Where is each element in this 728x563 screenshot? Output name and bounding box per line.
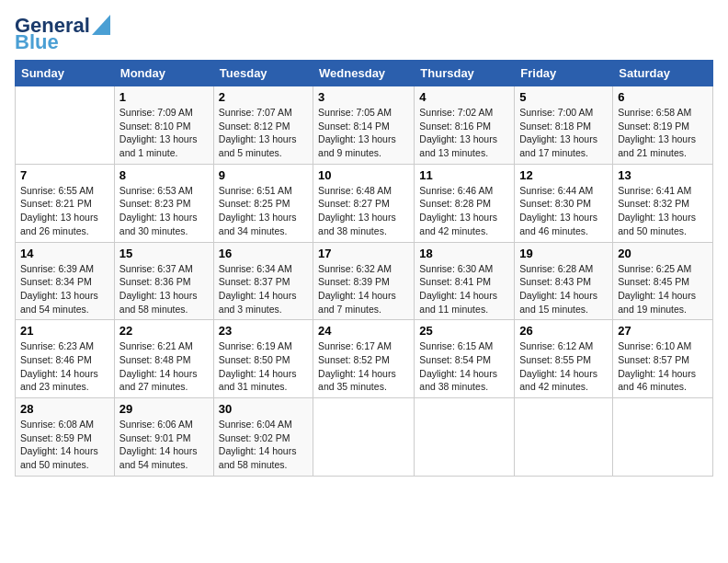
logo-blue: Blue — [15, 32, 59, 52]
day-number: 3 — [318, 90, 409, 104]
week-row-4: 21Sunrise: 6:23 AMSunset: 8:46 PMDayligh… — [16, 320, 713, 398]
day-number: 15 — [119, 247, 209, 260]
column-header-sunday: Sunday — [16, 61, 115, 86]
calendar-cell: 12Sunrise: 6:44 AMSunset: 8:30 PMDayligh… — [515, 164, 613, 242]
day-info: Sunrise: 6:46 AMSunset: 8:28 PMDaylight:… — [419, 184, 509, 238]
day-number: 8 — [119, 168, 209, 182]
day-info: Sunrise: 6:30 AMSunset: 8:41 PMDaylight:… — [419, 262, 509, 316]
day-info: Sunrise: 6:58 AMSunset: 8:19 PMDaylight:… — [618, 106, 708, 160]
day-info: Sunrise: 6:10 AMSunset: 8:57 PMDaylight:… — [618, 339, 708, 394]
calendar-cell — [313, 398, 415, 477]
calendar-cell: 1Sunrise: 7:09 AMSunset: 8:10 PMDaylight… — [114, 86, 213, 165]
day-info: Sunrise: 7:05 AMSunset: 8:14 PMDaylight:… — [318, 106, 409, 160]
day-info: Sunrise: 6:04 AMSunset: 9:02 PMDaylight:… — [219, 418, 308, 472]
day-info: Sunrise: 6:51 AMSunset: 8:25 PMDaylight:… — [219, 184, 308, 238]
calendar-cell: 20Sunrise: 6:25 AMSunset: 8:45 PMDayligh… — [613, 242, 713, 320]
calendar-cell: 21Sunrise: 6:23 AMSunset: 8:46 PMDayligh… — [16, 320, 115, 398]
day-info: Sunrise: 6:37 AMSunset: 8:36 PMDaylight:… — [119, 262, 209, 316]
day-number: 4 — [419, 90, 509, 104]
day-info: Sunrise: 6:25 AMSunset: 8:45 PMDaylight:… — [618, 262, 708, 316]
day-number: 19 — [519, 247, 608, 260]
day-number: 7 — [20, 168, 109, 182]
day-info: Sunrise: 6:21 AMSunset: 8:48 PMDaylight:… — [119, 339, 209, 394]
day-info: Sunrise: 6:44 AMSunset: 8:30 PMDaylight:… — [519, 184, 608, 238]
day-number: 5 — [519, 90, 608, 104]
logo: General Blue — [15, 15, 110, 52]
week-row-3: 14Sunrise: 6:39 AMSunset: 8:34 PMDayligh… — [16, 242, 713, 320]
calendar-cell: 3Sunrise: 7:05 AMSunset: 8:14 PMDaylight… — [313, 86, 415, 165]
day-info: Sunrise: 6:48 AMSunset: 8:27 PMDaylight:… — [318, 184, 409, 238]
day-number: 21 — [20, 324, 109, 338]
svg-marker-0 — [92, 15, 110, 35]
day-info: Sunrise: 6:19 AMSunset: 8:50 PMDaylight:… — [219, 339, 308, 394]
column-header-friday: Friday — [515, 61, 613, 86]
day-number: 12 — [519, 168, 608, 182]
calendar-cell: 18Sunrise: 6:30 AMSunset: 8:41 PMDayligh… — [415, 242, 515, 320]
calendar-cell: 19Sunrise: 6:28 AMSunset: 8:43 PMDayligh… — [515, 242, 613, 320]
day-number: 11 — [419, 168, 509, 182]
day-number: 10 — [318, 168, 409, 182]
day-number: 14 — [20, 247, 109, 260]
week-row-1: 1Sunrise: 7:09 AMSunset: 8:10 PMDaylight… — [16, 86, 713, 165]
calendar-cell: 7Sunrise: 6:55 AMSunset: 8:21 PMDaylight… — [16, 164, 115, 242]
day-info: Sunrise: 7:07 AMSunset: 8:12 PMDaylight:… — [219, 106, 308, 160]
logo-triangle-icon — [92, 15, 110, 35]
calendar-cell: 14Sunrise: 6:39 AMSunset: 8:34 PMDayligh… — [16, 242, 115, 320]
day-info: Sunrise: 7:02 AMSunset: 8:16 PMDaylight:… — [419, 106, 509, 160]
calendar-cell: 25Sunrise: 6:15 AMSunset: 8:54 PMDayligh… — [415, 320, 515, 398]
calendar-cell: 9Sunrise: 6:51 AMSunset: 8:25 PMDaylight… — [213, 164, 313, 242]
day-number: 27 — [618, 324, 708, 338]
calendar-cell: 13Sunrise: 6:41 AMSunset: 8:32 PMDayligh… — [613, 164, 713, 242]
calendar-cell: 29Sunrise: 6:06 AMSunset: 9:01 PMDayligh… — [114, 398, 213, 477]
day-number: 2 — [219, 90, 308, 104]
day-number: 17 — [318, 247, 409, 260]
day-info: Sunrise: 6:53 AMSunset: 8:23 PMDaylight:… — [119, 184, 209, 238]
day-info: Sunrise: 7:09 AMSunset: 8:10 PMDaylight:… — [119, 106, 209, 160]
day-info: Sunrise: 6:39 AMSunset: 8:34 PMDaylight:… — [20, 262, 109, 316]
day-info: Sunrise: 6:41 AMSunset: 8:32 PMDaylight:… — [618, 184, 708, 238]
day-number: 18 — [419, 247, 509, 260]
header-row: SundayMondayTuesdayWednesdayThursdayFrid… — [16, 61, 713, 86]
day-number: 9 — [219, 168, 308, 182]
day-info: Sunrise: 6:28 AMSunset: 8:43 PMDaylight:… — [519, 262, 608, 316]
calendar-cell: 2Sunrise: 7:07 AMSunset: 8:12 PMDaylight… — [213, 86, 313, 165]
calendar-cell: 30Sunrise: 6:04 AMSunset: 9:02 PMDayligh… — [213, 398, 313, 477]
column-header-saturday: Saturday — [613, 61, 713, 86]
calendar-cell — [515, 398, 613, 477]
column-header-monday: Monday — [114, 61, 213, 86]
calendar-cell: 24Sunrise: 6:17 AMSunset: 8:52 PMDayligh… — [313, 320, 415, 398]
day-info: Sunrise: 7:00 AMSunset: 8:18 PMDaylight:… — [519, 106, 608, 160]
calendar-cell: 17Sunrise: 6:32 AMSunset: 8:39 PMDayligh… — [313, 242, 415, 320]
calendar-cell: 8Sunrise: 6:53 AMSunset: 8:23 PMDaylight… — [114, 164, 213, 242]
calendar-cell — [415, 398, 515, 477]
day-number: 20 — [618, 247, 708, 260]
calendar-cell: 15Sunrise: 6:37 AMSunset: 8:36 PMDayligh… — [114, 242, 213, 320]
page-header: General Blue — [15, 15, 713, 52]
day-number: 29 — [119, 402, 209, 416]
calendar-cell: 4Sunrise: 7:02 AMSunset: 8:16 PMDaylight… — [415, 86, 515, 165]
week-row-2: 7Sunrise: 6:55 AMSunset: 8:21 PMDaylight… — [16, 164, 713, 242]
calendar-cell: 28Sunrise: 6:08 AMSunset: 8:59 PMDayligh… — [16, 398, 115, 477]
column-header-wednesday: Wednesday — [313, 61, 415, 86]
day-info: Sunrise: 6:08 AMSunset: 8:59 PMDaylight:… — [20, 418, 109, 472]
calendar-table: SundayMondayTuesdayWednesdayThursdayFrid… — [15, 60, 713, 477]
day-info: Sunrise: 6:17 AMSunset: 8:52 PMDaylight:… — [318, 339, 409, 394]
calendar-cell — [16, 86, 115, 165]
day-number: 22 — [119, 324, 209, 338]
calendar-cell: 6Sunrise: 6:58 AMSunset: 8:19 PMDaylight… — [613, 86, 713, 165]
calendar-cell: 5Sunrise: 7:00 AMSunset: 8:18 PMDaylight… — [515, 86, 613, 165]
calendar-cell: 10Sunrise: 6:48 AMSunset: 8:27 PMDayligh… — [313, 164, 415, 242]
calendar-cell — [613, 398, 713, 477]
calendar-cell: 26Sunrise: 6:12 AMSunset: 8:55 PMDayligh… — [515, 320, 613, 398]
day-info: Sunrise: 6:23 AMSunset: 8:46 PMDaylight:… — [20, 339, 109, 394]
week-row-5: 28Sunrise: 6:08 AMSunset: 8:59 PMDayligh… — [16, 398, 713, 477]
column-header-thursday: Thursday — [415, 61, 515, 86]
day-info: Sunrise: 6:15 AMSunset: 8:54 PMDaylight:… — [419, 339, 509, 394]
day-number: 16 — [219, 247, 308, 260]
day-number: 25 — [419, 324, 509, 338]
calendar-cell: 22Sunrise: 6:21 AMSunset: 8:48 PMDayligh… — [114, 320, 213, 398]
calendar-cell: 27Sunrise: 6:10 AMSunset: 8:57 PMDayligh… — [613, 320, 713, 398]
day-number: 30 — [219, 402, 308, 416]
calendar-cell: 23Sunrise: 6:19 AMSunset: 8:50 PMDayligh… — [213, 320, 313, 398]
day-info: Sunrise: 6:55 AMSunset: 8:21 PMDaylight:… — [20, 184, 109, 238]
